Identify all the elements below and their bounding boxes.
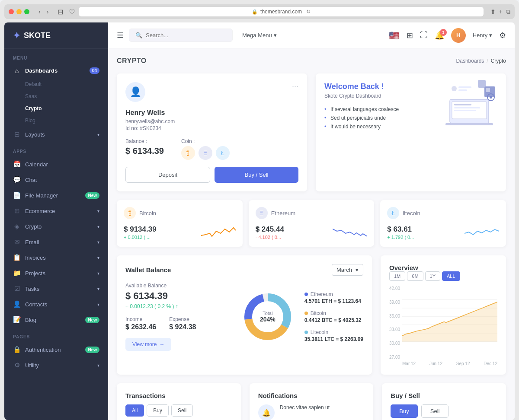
sidebar-item-ecommerce[interactable]: ⊞ Ecommerce ▾ [4,203,108,219]
filter-all-button[interactable]: All [125,404,144,417]
filter-tabs: All Buy Sell [125,404,232,417]
coin-label: Coin : [181,138,230,144]
mega-menu-button[interactable]: Mega Menu ▾ [238,29,281,41]
sidebar-item-projects[interactable]: 📁 Projects ▾ [4,265,108,281]
refresh-icon[interactable]: ↻ [306,9,311,15]
y-label-3: 36.00 [389,314,400,318]
gear-icon[interactable]: ⚙ [499,31,506,40]
fullscreen-icon[interactable]: ⛶ [420,31,428,40]
overview-tab-1m[interactable]: 1M [389,271,405,281]
wallet-legend: Ethereum 4.5701 ETH = $ 1123.64 Bitcoin [304,291,363,342]
overview-svg [389,286,497,355]
profile-actions: Deposit Buy / Sell [125,167,298,183]
sidebar-item-blog-nav[interactable]: 📝 Blog New [4,312,108,328]
blog-icon: 📝 [13,316,21,324]
page-content: CRYPTO Dashboards / Crypto 👤 ··· [108,48,515,420]
ethereum-legend-value: 4.5701 ETH = $ 1123.64 [304,298,363,304]
chevron-down-icon-utility: ▾ [97,363,99,368]
minimize-btn[interactable] [16,9,22,14]
hamburger-icon[interactable]: ☰ [117,31,124,40]
maximize-btn[interactable] [24,9,29,14]
overview-tab-1y[interactable]: 1Y [425,271,440,281]
svg-rect-3 [454,107,480,108]
buy-button[interactable]: Buy [391,404,417,418]
sidebar-label-blog: Blog [25,317,36,323]
page-header: CRYPTO Dashboards / Crypto [117,57,506,65]
sidebar-item-tasks[interactable]: ☑ Tasks ▾ [4,281,108,296]
svg-rect-13 [458,89,467,91]
dashboards-badge: 04 [90,67,99,74]
month-select[interactable]: March ▾ [332,264,363,276]
sidebar-item-authentication[interactable]: 🔒 Authentication New [4,342,108,357]
flag-icon[interactable]: 🇺🇸 [389,30,400,41]
sidebar-item-invoices[interactable]: 📋 Invoices ▾ [4,250,108,265]
profile-email: henrywells@abc.com [125,118,298,124]
filter-buy-button[interactable]: Buy [147,404,169,417]
overview-tab-all[interactable]: ALL [442,271,460,281]
litecoin-legend-value: 35.3811 LTC = $ 2263.09 [304,336,363,342]
legend-litecoin: Litecoin 35.3811 LTC = $ 2263.09 [304,329,363,342]
sidebar-item-default[interactable]: Default [4,78,108,90]
back-button[interactable]: ‹ [36,7,43,16]
close-btn[interactable] [9,9,14,14]
notifications-button[interactable]: 🔔 3 [435,31,444,40]
contacts-icon: 👤 [13,300,21,308]
overview-tabs: 1M 6M 1Y ALL [389,271,497,281]
bitcoin-coin-icon: ₿ [181,146,195,160]
bitcoin-change: + 0.0012 ( ... [124,235,157,240]
profile-id: Id no: #SK0234 [125,125,298,131]
breadcrumb-separator: / [487,58,488,64]
sidebar-item-email[interactable]: ✉ Email ▾ [4,234,108,250]
litecoin-sparkline [465,223,499,240]
chevron-down-icon-ecommerce: ▾ [97,209,99,213]
layouts-icon: ⊟ [13,130,21,138]
expense-label: Expense [169,316,196,322]
sidebar-item-contacts[interactable]: 👤 Contacts ▾ [4,296,108,312]
chevron-down-icon-email: ▾ [97,240,99,245]
litecoin-legend-name: Litecoin [311,329,328,335]
view-more-button[interactable]: View more → [125,338,171,351]
sidebar-label-dashboards: Dashboards [25,67,58,74]
profile-card: 👤 ··· Henry Wells henrywells@abc.com Id … [117,73,307,191]
grid-icon[interactable]: ⊞ [407,31,413,40]
sidebar-item-chat[interactable]: 💬 Chat [4,172,108,188]
url-text: themesbrand.com [260,9,302,15]
ethereum-legend-name: Ethereum [311,291,333,297]
share-icon[interactable]: ⬆ [490,8,496,16]
search-input[interactable] [146,32,226,38]
wallet-content: Available Balance $ 6134.39 + 0.0012.23 … [125,283,363,351]
user-name-label[interactable]: Henry ▾ [473,32,492,38]
email-icon: ✉ [13,238,21,246]
forward-button[interactable]: › [45,7,51,16]
balance-label: Balance : [125,138,164,144]
income-label: Income [125,316,156,322]
auth-icon: 🔒 [13,346,21,353]
sidebar-item-saas[interactable]: Saas [4,90,108,102]
overview-tab-6m[interactable]: 6M [407,271,423,281]
x-label-mar: Mar 12 [402,361,416,366]
litecoin-legend-dot [304,331,308,334]
new-tab-icon[interactable]: + [499,8,503,16]
url-bar[interactable]: 🔒 themesbrand.com ↻ [79,7,483,16]
sidebar-item-calendar[interactable]: 📅 Calendar [4,156,108,172]
y-label-6: 27.00 [389,355,400,360]
sell-button[interactable]: Sell [421,404,449,418]
sidebar-item-dashboards[interactable]: ⌂ Dashboards 04 [4,63,108,78]
transactions-title: Transactions [125,392,232,399]
filter-sell-button[interactable]: Sell [171,404,193,417]
sidebar-label-projects: Projects [25,270,45,277]
copy-icon[interactable]: ⧉ [506,8,510,16]
sidebar-item-file-manager[interactable]: 📄 File Manager New [4,188,108,203]
sidebar-item-crypto-nav[interactable]: ◈ Crypto ▾ [4,219,108,234]
sidebar-item-blog[interactable]: Blog [4,115,108,127]
sidebar-item-layouts[interactable]: ⊟ Layouts ▾ [4,127,108,142]
buy-sell-button[interactable]: Buy / Sell [215,167,298,183]
wallet-title: Wallet Balance [125,266,171,274]
sidebar-label-authentication: Authentication [25,347,61,353]
deposit-button[interactable]: Deposit [125,167,210,183]
sidebar-item-crypto[interactable]: Crypto [4,102,108,115]
mega-menu-label: Mega Menu [242,32,272,38]
sidebar-item-utility[interactable]: ⚙ Utility ▾ [4,357,108,373]
card-menu-icon[interactable]: ··· [292,82,298,91]
search-box[interactable]: 🔍 [129,29,233,42]
